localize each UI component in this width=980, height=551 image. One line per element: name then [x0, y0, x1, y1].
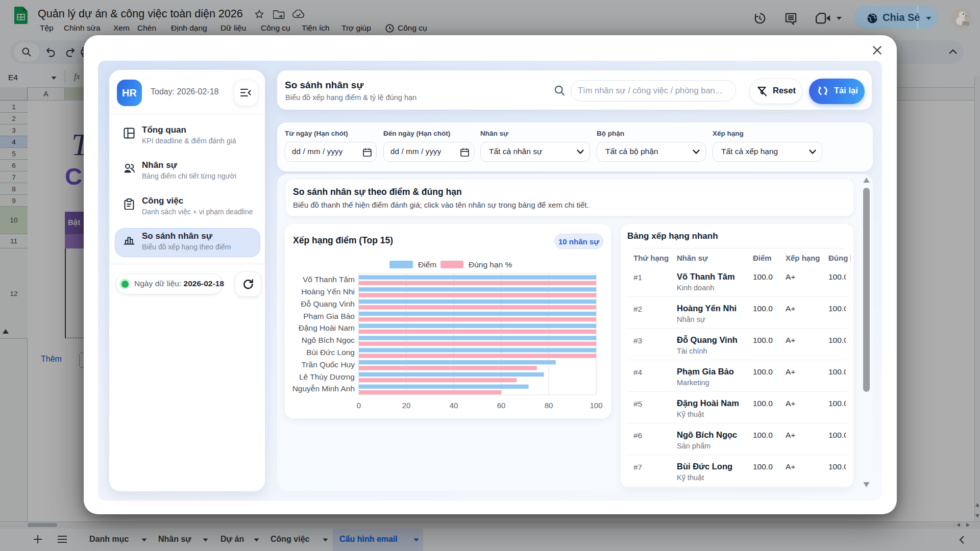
svg-text:80: 80 [545, 401, 553, 410]
svg-text:Võ Thanh Tâm: Võ Thanh Tâm [303, 275, 355, 284]
svg-text:Lê Thùy Dương: Lê Thùy Dương [299, 372, 355, 381]
svg-text:40: 40 [450, 401, 458, 410]
svg-text:Ngô Bích Ngọc: Ngô Bích Ngọc [302, 336, 355, 344]
svg-text:Điểm: Điểm [418, 260, 436, 269]
svg-text:Hoàng Yến Nhi: Hoàng Yến Nhi [301, 287, 355, 296]
svg-text:Đúng hạn %: Đúng hạn % [469, 260, 512, 269]
svg-text:Phạm Gia Bảo: Phạm Gia Bảo [303, 312, 355, 320]
svg-text:Đỗ Quang Vinh: Đỗ Quang Vinh [301, 299, 355, 308]
svg-text:Trần Quốc Huy: Trần Quốc Huy [301, 360, 355, 369]
svg-text:Nguyễn Minh Anh: Nguyễn Minh Anh [292, 384, 355, 393]
svg-text:0: 0 [357, 401, 361, 410]
svg-text:Đặng Hoài Nam: Đặng Hoài Nam [299, 323, 355, 332]
svg-text:20: 20 [402, 401, 411, 410]
svg-text:Bùi Đức Long: Bùi Đức Long [306, 348, 355, 357]
svg-text:100: 100 [590, 401, 602, 410]
svg-text:60: 60 [497, 401, 506, 410]
